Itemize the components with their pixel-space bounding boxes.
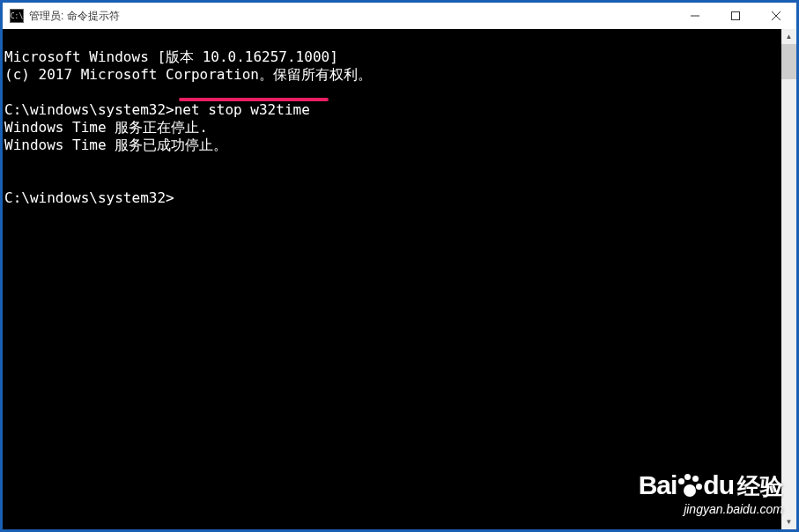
scroll-up-button[interactable]: ▲ <box>781 29 796 44</box>
console-command: net stop w32time <box>174 101 310 118</box>
console-line: Windows Time 服务已成功停止。 <box>4 137 227 153</box>
client-area: Microsoft Windows [版本 10.0.16257.1000] (… <box>3 29 796 529</box>
console-prompt: C:\windows\system32> <box>4 101 174 118</box>
minimize-button[interactable] <box>675 3 715 29</box>
cmd-window: C:\ 管理员: 命令提示符 Microsoft Windows [版本 10.… <box>3 3 796 529</box>
window-title: 管理员: 命令提示符 <box>29 9 120 24</box>
scroll-thumb[interactable] <box>781 44 796 79</box>
titlebar[interactable]: C:\ 管理员: 命令提示符 <box>3 3 796 29</box>
cmd-icon: C:\ <box>10 9 24 23</box>
console-line: Microsoft Windows [版本 10.0.16257.1000] <box>4 48 338 65</box>
close-button[interactable] <box>756 3 796 29</box>
vertical-scrollbar[interactable]: ▲ ▼ <box>781 29 796 529</box>
console-prompt: C:\windows\system32> <box>4 189 174 206</box>
console-output[interactable]: Microsoft Windows [版本 10.0.16257.1000] (… <box>3 29 781 529</box>
console-line: Windows Time 服务正在停止. <box>4 119 208 136</box>
highlight-underline <box>179 98 329 101</box>
window-controls <box>675 3 796 29</box>
svg-rect-1 <box>732 12 740 20</box>
maximize-button[interactable] <box>715 3 756 29</box>
scroll-down-button[interactable]: ▼ <box>781 514 796 529</box>
console-line: (c) 2017 Microsoft Corporation。保留所有权利。 <box>4 66 372 83</box>
